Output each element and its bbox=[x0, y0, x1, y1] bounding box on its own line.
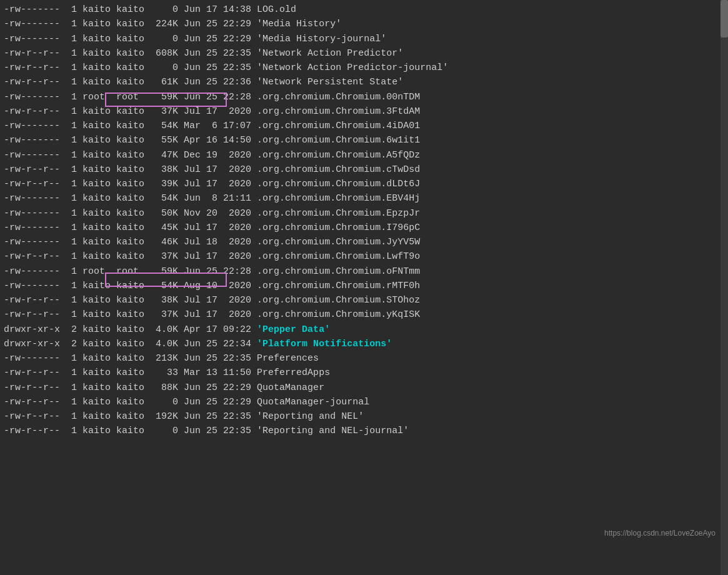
file-owner: kaito kaito bbox=[82, 75, 144, 89]
terminal-line: -rw------- 1 kaito kaito 213K Jun 25 22:… bbox=[0, 351, 728, 366]
file-owner: root root bbox=[82, 90, 144, 104]
file-owner: kaito kaito bbox=[82, 191, 144, 206]
file-name: .org.chromium.Chromium.dLDt6J bbox=[257, 177, 420, 191]
terminal-line: -rw-r--r-- 1 kaito kaito 0 Jun 25 22:29 … bbox=[0, 395, 728, 409]
file-perm: -rw-r--r-- bbox=[4, 381, 60, 395]
file-owner: kaito kaito bbox=[82, 17, 144, 31]
file-perm: -rw-r--r-- bbox=[4, 424, 60, 438]
file-perm: -rw-r--r-- bbox=[4, 162, 60, 177]
file-size: 0 bbox=[144, 32, 184, 46]
link-count: 1 bbox=[60, 17, 82, 31]
terminal-line: -rw------- 1 kaito kaito 50K Nov 20 2020… bbox=[0, 206, 728, 221]
file-date: Jun 25 22:28 bbox=[184, 90, 257, 104]
link-count: 1 bbox=[60, 308, 82, 322]
file-owner: kaito kaito bbox=[82, 119, 144, 133]
terminal-line: -rw-r--r-- 1 kaito kaito 37K Jul 17 2020… bbox=[0, 249, 728, 264]
file-name: .org.chromium.Chromium.A5fQDz bbox=[257, 148, 420, 162]
terminal-line: -rw-r--r-- 1 kaito kaito 37K Jul 17 2020… bbox=[0, 308, 728, 322]
file-owner: kaito kaito bbox=[82, 2, 144, 17]
file-name: 'Network Persistent State' bbox=[257, 75, 403, 89]
file-perm: -rw-r--r-- bbox=[4, 177, 60, 191]
terminal-line: -rw------- 1 kaito kaito 54K Jun 8 21:11… bbox=[0, 191, 728, 206]
link-count: 1 bbox=[60, 381, 82, 395]
file-size: 33 bbox=[144, 366, 184, 380]
file-perm: -rw------- bbox=[4, 191, 60, 206]
file-date: Jun 25 22:28 bbox=[184, 264, 257, 279]
terminal-line: drwxr-xr-x 2 kaito kaito 4.0K Jun 25 22:… bbox=[0, 337, 728, 351]
file-owner: kaito kaito bbox=[82, 46, 144, 61]
terminal-line: -rw-r--r-- 1 kaito kaito 88K Jun 25 22:2… bbox=[0, 381, 728, 395]
file-name: .org.chromium.Chromium.LwfT9o bbox=[257, 249, 420, 264]
terminal-line: -rw-r--r-- 1 kaito kaito 39K Jul 17 2020… bbox=[0, 177, 728, 191]
terminal-line: -rw-r--r-- 1 kaito kaito 38K Jul 17 2020… bbox=[0, 293, 728, 308]
link-count: 1 bbox=[60, 279, 82, 293]
file-name: 'Media History-journal' bbox=[257, 32, 386, 46]
file-size: 50K bbox=[144, 206, 184, 221]
terminal-line: -rw-r--r-- 1 kaito kaito 37K Jul 17 2020… bbox=[0, 104, 728, 119]
scrollbar[interactable] bbox=[721, 0, 728, 575]
terminal-line: drwxr-xr-x 2 kaito kaito 4.0K Apr 17 09:… bbox=[0, 322, 728, 337]
file-name: .org.chromium.Chromium.cTwDsd bbox=[257, 162, 420, 177]
link-count: 1 bbox=[60, 148, 82, 162]
file-owner: kaito kaito bbox=[82, 293, 144, 308]
file-date: Jun 25 22:35 bbox=[184, 46, 257, 61]
file-name: .org.chromium.Chromium.yKqISK bbox=[257, 308, 420, 322]
file-date: Jun 25 22:29 bbox=[184, 17, 257, 31]
file-date: Jul 17 2020 bbox=[184, 177, 257, 191]
file-owner: kaito kaito bbox=[82, 322, 144, 337]
file-perm: -rw-r--r-- bbox=[4, 409, 60, 424]
file-perm: -rw------- bbox=[4, 32, 60, 46]
file-perm: -rw------- bbox=[4, 2, 60, 17]
file-owner: kaito kaito bbox=[82, 206, 144, 221]
file-date: Nov 20 2020 bbox=[184, 206, 257, 221]
link-count: 1 bbox=[60, 206, 82, 221]
scrollbar-thumb[interactable] bbox=[721, 0, 728, 38]
file-perm: -rw-r--r-- bbox=[4, 75, 60, 89]
file-owner: kaito kaito bbox=[82, 61, 144, 75]
file-size: 608K bbox=[144, 46, 184, 61]
terminal-line: -rw------- 1 kaito kaito 0 Jun 25 22:29 … bbox=[0, 32, 728, 46]
link-count: 1 bbox=[60, 221, 82, 235]
file-perm: -rw------- bbox=[4, 264, 60, 279]
file-size: 0 bbox=[144, 61, 184, 75]
file-owner: kaito kaito bbox=[82, 409, 144, 424]
file-size: 55K bbox=[144, 133, 184, 148]
link-count: 2 bbox=[60, 322, 82, 337]
terminal-line: -rw------- 1 kaito kaito 47K Dec 19 2020… bbox=[0, 148, 728, 162]
terminal-line: -rw------- 1 root root 59K Jun 25 22:28 … bbox=[0, 264, 728, 279]
file-name: 'Platform Notifications' bbox=[257, 337, 392, 351]
link-count: 1 bbox=[60, 424, 82, 438]
file-date: Jun 8 21:11 bbox=[184, 191, 257, 206]
file-perm: -rw-r--r-- bbox=[4, 46, 60, 61]
file-perm: -rw-r--r-- bbox=[4, 395, 60, 409]
file-owner: kaito kaito bbox=[82, 381, 144, 395]
file-date: Jul 17 2020 bbox=[184, 162, 257, 177]
file-name: 'Media History' bbox=[257, 17, 341, 31]
file-perm: -rw------- bbox=[4, 90, 60, 104]
terminal-line: -rw------- 1 kaito kaito 55K Apr 16 14:5… bbox=[0, 133, 728, 148]
link-count: 1 bbox=[60, 119, 82, 133]
file-name: .org.chromium.Chromium.oFNTmm bbox=[257, 264, 420, 279]
file-perm: -rw-r--r-- bbox=[4, 61, 60, 75]
file-size: 37K bbox=[144, 104, 184, 119]
file-perm: -rw------- bbox=[4, 279, 60, 293]
file-name: PreferredApps bbox=[257, 366, 330, 380]
file-owner: kaito kaito bbox=[82, 221, 144, 235]
file-date: Jun 25 22:29 bbox=[184, 381, 257, 395]
file-name: .org.chromium.Chromium.00nTDM bbox=[257, 90, 420, 104]
file-name: 'Pepper Data' bbox=[257, 322, 330, 337]
terminal-line: -rw------- 1 kaito kaito 0 Jun 17 14:38 … bbox=[0, 2, 728, 17]
link-count: 1 bbox=[60, 162, 82, 177]
link-count: 1 bbox=[60, 32, 82, 46]
file-name: .org.chromium.Chromium.3FtdAM bbox=[257, 104, 420, 119]
file-date: Jul 17 2020 bbox=[184, 293, 257, 308]
terminal-line: -rw------- 1 kaito kaito 54K Aug 10 2020… bbox=[0, 279, 728, 293]
file-date: Jul 18 2020 bbox=[184, 235, 257, 249]
file-size: 0 bbox=[144, 395, 184, 409]
file-date: Jul 17 2020 bbox=[184, 308, 257, 322]
file-date: Jun 25 22:35 bbox=[184, 351, 257, 366]
file-date: Jun 25 22:36 bbox=[184, 75, 257, 89]
file-date: Jun 25 22:35 bbox=[184, 424, 257, 438]
file-perm: -rw------- bbox=[4, 235, 60, 249]
file-date: Aug 10 2020 bbox=[184, 279, 257, 293]
